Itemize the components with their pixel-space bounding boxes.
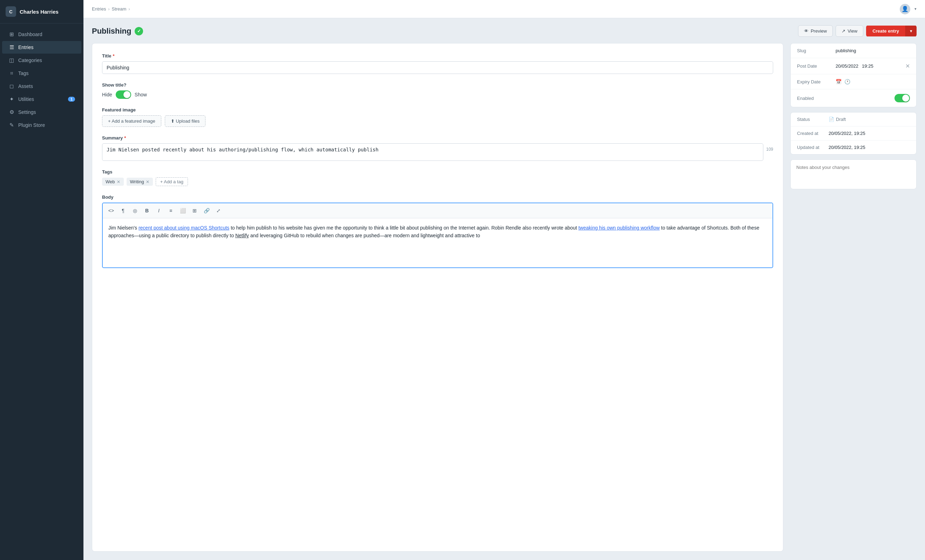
body-editor: <> ¶ ◎ B I ≡ ⬜ ⊞ 🔗 ⤢ Jim Nielsen' — [102, 203, 773, 268]
sidebar: C Charles Harries ⊞ Dashboard ☰ Entries … — [0, 0, 83, 560]
breadcrumb-sep2: › — [128, 7, 130, 12]
toolbar-link-btn[interactable]: 🔗 — [201, 205, 212, 216]
status-value: Draft — [836, 117, 846, 122]
tags-field-group: Tags Web ✕ Writing ✕ + Add a tag — [102, 169, 773, 186]
breadcrumb: Entries › Stream › — [92, 6, 130, 12]
summary-row: 109 — [102, 143, 773, 161]
toolbar-image-btn[interactable]: ⬜ — [177, 205, 188, 216]
notes-card — [790, 159, 917, 189]
toolbar-drop-btn[interactable]: ◎ — [130, 205, 141, 216]
toolbar-list-btn[interactable]: ≡ — [165, 205, 176, 216]
enabled-label: Enabled — [797, 96, 836, 101]
categories-icon: ◫ — [8, 57, 15, 63]
body-link2[interactable]: tweaking his own publishing workflow — [578, 225, 660, 231]
user-avatar[interactable]: 👤 — [900, 4, 910, 14]
create-entry-button[interactable]: Create entry — [866, 26, 905, 36]
main-area: Entries › Stream › 👤 ▾ Publishing ✓ 👁 Pr… — [83, 0, 925, 560]
tag-web-remove[interactable]: ✕ — [117, 179, 120, 184]
show-label: Show — [135, 92, 147, 98]
tags-label: Tags — [102, 169, 773, 174]
plugin-store-icon: ✎ — [8, 122, 15, 128]
updated-value: 20/05/2022, 19:25 — [829, 145, 910, 150]
page-body: Publishing ✓ 👁 Preview ↗ View Create ent… — [83, 18, 925, 560]
title-input[interactable] — [102, 62, 773, 74]
settings-icon: ⚙ — [8, 109, 15, 115]
toolbar-fullscreen-btn[interactable]: ⤢ — [213, 205, 224, 216]
upload-files-button[interactable]: ⬆ Upload files — [165, 115, 206, 127]
page-title: Publishing — [92, 27, 131, 36]
show-title-label: Show title? — [102, 83, 773, 88]
notes-input[interactable] — [791, 160, 916, 188]
entries-icon: ☰ — [8, 44, 15, 51]
create-entry-dropdown-button[interactable]: ▾ — [905, 26, 917, 36]
updated-at-row: Updated at 20/05/2022, 19:25 — [791, 141, 916, 154]
sidebar-user-name: Charles Harries — [20, 9, 59, 15]
show-title-toggle[interactable] — [116, 90, 131, 99]
meta-card: Slug publishing Post Date 20/05/2022 19:… — [790, 43, 917, 107]
toolbar-code-btn[interactable]: <> — [105, 205, 117, 216]
breadcrumb-stream[interactable]: Stream — [111, 6, 126, 12]
status-row: Status 📄 Draft — [791, 113, 916, 126]
body-label: Body — [102, 195, 773, 200]
tag-writing-remove[interactable]: ✕ — [146, 179, 149, 184]
toggle-row: Hide Show — [102, 90, 773, 99]
preview-icon: 👁 — [804, 29, 809, 34]
sidebar-item-settings[interactable]: ⚙ Settings — [2, 106, 81, 119]
sidebar-item-utilities[interactable]: ✦ Utilities 1 — [2, 93, 81, 105]
create-entry-button-group: Create entry ▾ — [866, 25, 917, 37]
title-field-group: Title * — [102, 53, 773, 74]
user-chevron-icon: ▾ — [914, 7, 917, 11]
add-featured-image-button[interactable]: + Add a featured image — [102, 115, 161, 127]
body-link1[interactable]: recent post about using macOS Shortcuts — [139, 225, 229, 231]
sidebar-item-assets[interactable]: ◻ Assets — [2, 80, 81, 93]
sidebar-item-entries[interactable]: ☰ Entries — [2, 41, 81, 54]
preview-button[interactable]: 👁 Preview — [798, 25, 833, 37]
toolbar-paragraph-btn[interactable]: ¶ — [118, 205, 129, 216]
sidebar-item-categories[interactable]: ◫ Categories — [2, 54, 81, 67]
summary-input[interactable] — [102, 143, 763, 161]
featured-image-buttons: + Add a featured image ⬆ Upload files — [102, 115, 773, 127]
title-required: * — [113, 53, 114, 59]
meta-enabled-row: Enabled — [791, 89, 916, 107]
toolbar-table-btn[interactable]: ⊞ — [189, 205, 200, 216]
featured-image-label: Featured image — [102, 107, 773, 113]
form-panel: Title * Show title? Hide Sho — [92, 43, 783, 552]
view-button[interactable]: ↗ View — [836, 25, 863, 37]
enabled-toggle-thumb — [902, 95, 909, 102]
summary-field-group: Summary * 109 — [102, 135, 773, 161]
created-at-row: Created at 20/05/2022, 19:25 — [791, 126, 916, 141]
calendar-icon[interactable]: 📅 — [836, 79, 842, 84]
breadcrumb-entries[interactable]: Entries — [92, 6, 106, 12]
clock-icon[interactable]: 🕐 — [844, 79, 850, 84]
utilities-badge: 1 — [68, 97, 75, 102]
sidebar-item-tags[interactable]: ⌗ Tags — [2, 67, 81, 80]
status-label: Status — [797, 117, 829, 122]
tag-writing: Writing ✕ — [127, 178, 153, 186]
toolbar-italic-btn[interactable]: I — [153, 205, 164, 216]
editor-toolbar: <> ¶ ◎ B I ≡ ⬜ ⊞ 🔗 ⤢ — [103, 203, 773, 218]
meta-post-date-row: Post Date 20/05/2022 19:25 ✕ — [791, 58, 916, 74]
sidebar-item-dashboard[interactable]: ⊞ Dashboard — [2, 28, 81, 41]
sidebar-item-plugin-store[interactable]: ✎ Plugin Store — [2, 119, 81, 131]
add-tag-button[interactable]: + Add a tag — [156, 177, 188, 186]
dashboard-icon: ⊞ — [8, 31, 15, 38]
sidebar-header: C Charles Harries — [0, 0, 83, 24]
enabled-toggle[interactable] — [895, 94, 910, 102]
heading-actions: 👁 Preview ↗ View Create entry ▾ — [798, 25, 917, 37]
summary-required: * — [124, 135, 126, 141]
toolbar-bold-btn[interactable]: B — [141, 205, 152, 216]
page-heading-row: Publishing ✓ 👁 Preview ↗ View Create ent… — [83, 18, 925, 37]
updated-label: Updated at — [797, 145, 829, 150]
expiry-date-label: Expiry Date — [797, 79, 836, 84]
page-heading: Publishing ✓ — [92, 27, 143, 36]
post-date-value: 20/05/2022 — [836, 63, 859, 69]
topbar: Entries › Stream › 👤 ▾ — [83, 0, 925, 18]
assets-icon: ◻ — [8, 83, 15, 89]
tag-web: Web ✕ — [102, 178, 124, 186]
meta-expiry-row: Expiry Date 📅 🕐 — [791, 74, 916, 89]
created-label: Created at — [797, 131, 829, 136]
right-panel: Slug publishing Post Date 20/05/2022 19:… — [790, 43, 917, 552]
editor-body[interactable]: Jim Nielsen's recent post about using ma… — [103, 218, 773, 267]
post-date-clear[interactable]: ✕ — [905, 63, 910, 69]
featured-image-field-group: Featured image + Add a featured image ⬆ … — [102, 107, 773, 127]
